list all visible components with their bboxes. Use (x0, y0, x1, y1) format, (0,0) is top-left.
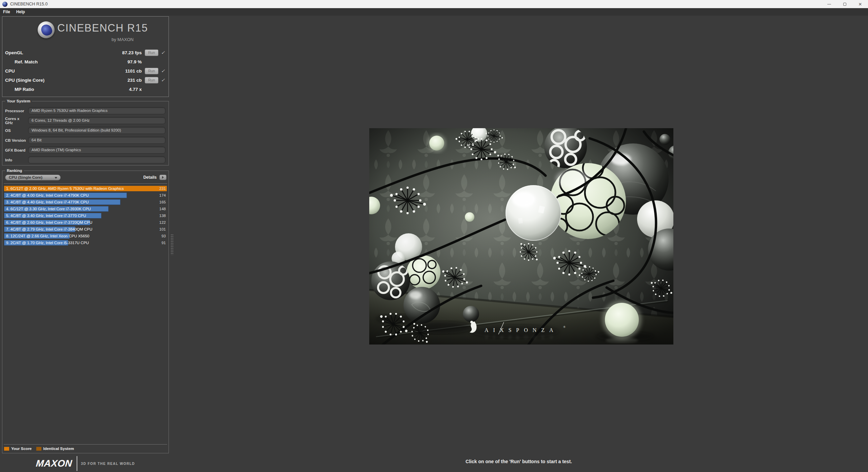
result-value: 87.23 fps (122, 50, 142, 55)
ranking-row: 1. 6C/12T @ 2.00 GHz, AMD Ryzen 5 7530U … (4, 186, 167, 191)
system-row: Processor AMD Ryzen 5 7530U with Radeon … (5, 107, 165, 114)
system-field-label: GFX Board (5, 148, 28, 152)
arrow-right-icon (162, 176, 164, 179)
system-field-value[interactable]: 6 Cores, 12 Threads @ 2.00 GHz (28, 117, 165, 124)
ranking-row: 4. 6C/12T @ 3.30 GHz, Intel Core i7-3930… (4, 206, 167, 212)
ranking-bar-label: 9. 2C/4T @ 1.70 GHz, Intel Core i5-3317U… (6, 240, 89, 245)
render-preview-image: AIXSPONZA ® AIXSPONZA (369, 128, 673, 345)
chevron-down-icon (55, 177, 57, 179)
titlebar: CINEBENCH R15.0 ✕ (0, 0, 868, 8)
system-field-value[interactable]: AMD Ryzen 5 7530U with Radeon Graphics (28, 107, 165, 114)
result-row: OpenGL 87.23 fps Run ✓ (5, 49, 166, 56)
app-icon (2, 2, 7, 7)
cinema4d-logo-icon (38, 21, 55, 38)
system-field-label: Info (5, 158, 28, 162)
ranking-type-dropdown[interactable]: CPU (Single Core) (5, 175, 61, 180)
system-rows: Processor AMD Ryzen 5 7530U with Radeon … (5, 107, 165, 163)
ranking-header: CPU (Single Core) Details (5, 174, 166, 180)
result-label: Ref. Match (5, 59, 38, 64)
system-row: Info (5, 156, 165, 163)
legend-swatch (4, 447, 9, 451)
result-row: Ref. Match 97.9 % Run ✓ (5, 58, 166, 65)
ranking-bar-score: 165 (159, 199, 166, 205)
result-value: 97.9 % (127, 59, 142, 64)
maxon-logo: MAXON (36, 458, 73, 469)
check-icon: ✓ (160, 50, 166, 55)
result-value: 231 cb (127, 78, 142, 83)
ranking-bar-score: 93 (161, 233, 166, 239)
legend-item: Your Score (4, 447, 32, 451)
system-field-value[interactable] (28, 156, 165, 163)
ranking-bar-label: 1. 6C/12T @ 2.00 GHz, AMD Ryzen 5 7530U … (6, 186, 124, 191)
run-button[interactable]: Run (145, 77, 158, 83)
ranking-bar-label: 3. 4C/8T @ 4.40 GHz, Intel Core i7-4770K… (6, 199, 89, 205)
maxon-footer: MAXON 3D FOR THE REAL WORLD (2, 455, 169, 472)
svg-text:AIXSPONZA: AIXSPONZA (485, 327, 558, 333)
run-button[interactable]: Run (145, 68, 158, 74)
close-button[interactable]: ✕ (852, 0, 868, 8)
details-button[interactable] (159, 175, 166, 180)
system-field-value[interactable]: 64 Bit (28, 137, 165, 144)
results-box: CINEBENCH R15 by MAXON OpenGL 87.23 fps … (2, 16, 169, 97)
ranking-bar-label: 4. 6C/12T @ 3.30 GHz, Intel Core i7-3930… (6, 206, 91, 212)
byline: by MAXON (2, 37, 134, 42)
check-icon: ✓ (160, 68, 166, 74)
restore-icon (843, 3, 846, 6)
window-title: CINEBENCH R15.0 (10, 2, 47, 6)
ranking-row: 6. 4C/8T @ 2.60 GHz, Intel Core i7-3720Q… (4, 220, 167, 225)
window-controls: ✕ (821, 0, 868, 8)
ranking-bar-score: 101 (159, 227, 166, 232)
ranking-group: Ranking CPU (Single Core) Details 1. 6C/… (2, 171, 169, 453)
check-icon: ✓ (160, 77, 166, 83)
ranking-row: 2. 4C/8T @ 4.00 GHz, Intel Core i7-4790K… (4, 193, 167, 198)
svg-text:AIXSPONZA: AIXSPONZA (485, 334, 558, 340)
ranking-row: 3. 4C/8T @ 4.40 GHz, Intel Core i7-4770K… (4, 199, 167, 205)
ranking-legend: Ranking (5, 168, 24, 173)
ranking-bar-label: 7. 4C/8T @ 2.79 GHz, Intel Core i7-3840Q… (6, 227, 92, 232)
ranking-bars: 1. 6C/12T @ 2.00 GHz, AMD Ryzen 5 7530U … (4, 186, 167, 247)
result-label: CPU (5, 68, 15, 74)
svg-text:®: ® (563, 325, 566, 329)
maxon-tagline: 3D FOR THE REAL WORLD (81, 462, 135, 466)
menu-item[interactable]: Help (13, 8, 28, 16)
ranking-row: 8. 12C/24T @ 2.66 GHz, Intel Xeon CPU X5… (4, 233, 167, 239)
legend-swatch (36, 447, 41, 451)
ranking-separator (4, 183, 167, 184)
restore-button[interactable] (837, 0, 852, 8)
cinebench-window: { "window": { "title": "CINEBENCH R15.0"… (0, 0, 868, 472)
ranking-bar-score: 148 (159, 206, 166, 212)
minimize-icon (827, 4, 831, 4)
system-field-value[interactable]: Windows 8, 64 Bit, Professional Edition … (28, 127, 165, 134)
run-button[interactable]: Run (145, 50, 158, 56)
system-field-label: Processor (5, 109, 28, 113)
status-message: Click on one of the 'Run' buttons to sta… (170, 459, 868, 464)
ranking-bar-score: 122 (159, 220, 166, 225)
logo-row: CINEBENCH R15 by MAXON (2, 21, 169, 45)
result-value: 4.77 x (129, 87, 142, 92)
app-name: CINEBENCH R15 (57, 22, 148, 34)
ranking-bar-label: 2. 4C/8T @ 4.00 GHz, Intel Core i7-4790K… (6, 193, 89, 198)
system-row: GFX Board AMD Radeon (TM) Graphics (5, 146, 165, 154)
result-label: CPU (Single Core) (5, 78, 44, 83)
details-label: Details (143, 175, 157, 180)
system-row: CB Version 64 Bit (5, 137, 165, 144)
panel-splitter-grip[interactable] (171, 234, 174, 255)
result-row: CPU 1101 cb Run ✓ (5, 67, 166, 74)
left-panel: CINEBENCH R15 by MAXON OpenGL 87.23 fps … (2, 16, 170, 472)
score-legend: Your Score Identical System (4, 446, 74, 451)
legend-label: Your Score (11, 447, 32, 451)
result-label: OpenGL (5, 50, 23, 55)
system-row: Cores x GHz 6 Cores, 12 Threads @ 2.00 G… (5, 117, 165, 124)
ranking-bar-label: 5. 4C/8T @ 3.40 GHz, Intel Core i7-3770 … (6, 213, 86, 218)
footer-divider (77, 456, 77, 471)
ranking-type-value: CPU (Single Core) (9, 175, 42, 179)
minimize-button[interactable] (821, 0, 837, 8)
menu-item[interactable]: File (0, 8, 13, 16)
ranking-bar-score: 138 (159, 213, 166, 218)
ranking-bar-label: 6. 4C/8T @ 2.60 GHz, Intel Core i7-3720Q… (6, 220, 92, 225)
result-row: MP Ratio 4.77 x Run ✓ (5, 86, 166, 93)
system-row: OS Windows 8, 64 Bit, Professional Editi… (5, 127, 165, 134)
system-field-value[interactable]: AMD Radeon (TM) Graphics (28, 146, 165, 154)
menubar: File Help (0, 8, 868, 16)
result-label: MP Ratio (5, 87, 34, 92)
